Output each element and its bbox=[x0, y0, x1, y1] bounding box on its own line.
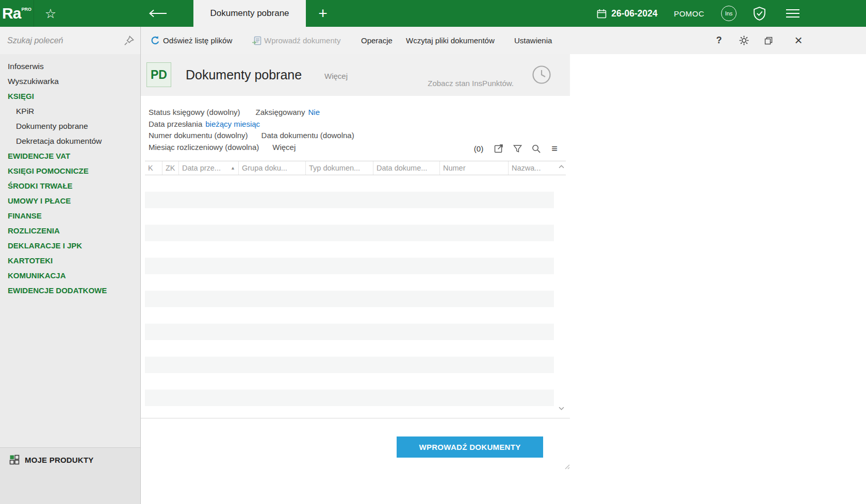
filter-row-2: Data przesłaniabieżący miesiąc bbox=[149, 119, 354, 130]
record-count: (0) bbox=[471, 142, 486, 155]
sidebar-item-ksiegi-pomocnicze[interactable]: KSIĘGI POMOCNICZE bbox=[0, 163, 140, 178]
gear-icon bbox=[739, 35, 749, 46]
filter-doc-date[interactable]: Data dokumentu (dowolna) bbox=[262, 131, 354, 140]
funnel-icon bbox=[513, 144, 522, 154]
column-data-przeslania[interactable]: Data prze...▲ bbox=[179, 161, 239, 175]
column-grupa-dokumentu[interactable]: Grupa doku... bbox=[239, 161, 306, 175]
pin-icon[interactable] bbox=[124, 36, 134, 46]
security-button[interactable] bbox=[751, 0, 767, 27]
list-tools: (0) ≡ bbox=[141, 142, 562, 155]
column-data-dokumentu[interactable]: Data dokume... bbox=[373, 161, 440, 175]
restore-window-button[interactable] bbox=[761, 27, 776, 54]
sidebar-item-rozliczenia[interactable]: ROZLICZENIA bbox=[0, 223, 140, 238]
help-button[interactable]: ? bbox=[711, 27, 727, 54]
export-icon bbox=[494, 143, 504, 154]
filter-row-1: Status księgowy (dowolny)ZaksięgowanyNie bbox=[149, 107, 354, 119]
export-button[interactable] bbox=[493, 142, 505, 155]
title-more-link[interactable]: Więcej bbox=[324, 72, 348, 80]
magnifier-icon bbox=[531, 144, 541, 154]
toolbar-row: Odśwież listę plików Wprowadź dokumenty … bbox=[0, 27, 866, 54]
sidebar-item-kartoteki[interactable]: KARTOTEKI bbox=[0, 253, 140, 268]
toolbar-settings-button[interactable]: Ustawienia bbox=[514, 27, 552, 54]
enter-documents-icon bbox=[251, 35, 263, 46]
sidebar-item-ksiegi[interactable]: KSIĘGI bbox=[0, 89, 140, 104]
search-input[interactable] bbox=[7, 27, 118, 54]
filter-button[interactable] bbox=[511, 142, 524, 155]
chevron-up-icon bbox=[559, 165, 564, 169]
calendar-icon bbox=[597, 9, 607, 19]
restore-window-icon bbox=[764, 36, 773, 45]
ins-account-button[interactable]: Ins bbox=[720, 0, 738, 27]
column-zk[interactable]: ZK bbox=[162, 161, 179, 175]
sidebar-item-srodki-trwale[interactable]: ŚRODKI TRWAŁE bbox=[0, 178, 140, 193]
column-menu-button[interactable]: ≡ bbox=[548, 142, 561, 155]
sidebar-item-infoserwis[interactable]: Infoserwis bbox=[0, 59, 140, 74]
toolbar-refresh-button[interactable]: Odśwież listę plików bbox=[163, 27, 232, 54]
star-icon: ☆ bbox=[45, 6, 56, 21]
back-button[interactable] bbox=[146, 0, 169, 27]
sidebar-item-dekretacja-dokumentow[interactable]: Dekretacja dokumentów bbox=[0, 133, 140, 148]
date-picker[interactable]: 26-06-2024 bbox=[593, 0, 661, 27]
app-logo-badge: PRO bbox=[21, 7, 31, 12]
sidebar-item-komunikacja[interactable]: KOMUNIKACJA bbox=[0, 268, 140, 283]
sidebar-item-kpir[interactable]: KPiR bbox=[0, 104, 140, 119]
search-list-button[interactable] bbox=[530, 142, 542, 155]
sort-asc-icon: ▲ bbox=[231, 165, 235, 171]
question-icon: ? bbox=[716, 35, 722, 46]
toolbar-load-files-button[interactable]: Wczytaj pliki dokumentów bbox=[406, 27, 495, 54]
filter-status[interactable]: Status księgowy (dowolny) bbox=[149, 108, 240, 116]
filter-posted-label[interactable]: Zaksięgowany bbox=[256, 108, 305, 116]
chevron-down-icon bbox=[559, 407, 564, 410]
ins-badge: Ins bbox=[721, 6, 737, 21]
scroll-down-button[interactable] bbox=[557, 404, 566, 412]
refresh-icon[interactable] bbox=[150, 35, 161, 46]
column-numer[interactable]: Numer bbox=[440, 161, 509, 175]
close-view-button[interactable]: × bbox=[791, 27, 806, 54]
filter-posted-value[interactable]: Nie bbox=[308, 108, 320, 116]
sidebar-item-ewidencje-vat[interactable]: EWIDENCJE VAT bbox=[0, 148, 140, 163]
help-menu-label: POMOC bbox=[674, 9, 704, 18]
top-bar: Ra PRO ☆ Dokumenty pobrane + 26-06-2024 … bbox=[0, 0, 866, 27]
inspunkty-link[interactable]: Zobacz stan InsPunktów. bbox=[428, 79, 514, 88]
scroll-up-button[interactable] bbox=[557, 162, 566, 171]
sidebar-item-dokumenty-pobrane[interactable]: Dokumenty pobrane bbox=[0, 119, 140, 133]
sidebar-item-wyszukiwarka[interactable]: Wyszukiwarka bbox=[0, 74, 140, 89]
documents-table-body bbox=[145, 175, 554, 412]
main-content: PD Dokumenty pobrane Więcej Zobacz stan … bbox=[141, 54, 866, 504]
main-menu-button[interactable] bbox=[783, 0, 803, 27]
filter-row-3: Numer dokumentu (dowolny)Data dokumentu … bbox=[149, 130, 354, 142]
app-logo[interactable]: Ra PRO bbox=[0, 0, 34, 27]
tab-label: Dokumenty pobrane bbox=[210, 8, 289, 19]
column-typ-dokumentu[interactable]: Typ dokumen... bbox=[306, 161, 373, 175]
sidebar-item-umowy-i-place[interactable]: UMOWY I PŁACE bbox=[0, 193, 140, 208]
help-menu-button[interactable]: POMOC bbox=[672, 0, 706, 27]
plus-icon: + bbox=[318, 5, 328, 22]
filter-doc-number[interactable]: Numer dokumentu (dowolny) bbox=[149, 131, 248, 140]
filter-sent-date-value[interactable]: bieżący miesiąc bbox=[205, 120, 260, 128]
app-logo-text: Ra bbox=[2, 5, 21, 22]
my-products-button[interactable]: MOJE PRODUKTY bbox=[0, 447, 140, 504]
page-header: PD Dokumenty pobrane Więcej Zobacz stan … bbox=[141, 54, 570, 96]
hamburger-icon bbox=[786, 9, 799, 18]
column-k[interactable]: K bbox=[145, 161, 162, 175]
filter-sent-date-label[interactable]: Data przesłania bbox=[149, 120, 202, 128]
favorites-button[interactable]: ☆ bbox=[42, 0, 59, 27]
resize-grip[interactable] bbox=[563, 462, 570, 469]
wprowadz-dokumenty-button[interactable]: WPROWADŹ DOKUMENTY bbox=[397, 436, 543, 458]
history-button[interactable] bbox=[532, 65, 551, 85]
sidebar-nav: Infoserwis Wyszukiwarka KSIĘGI KPiR Doku… bbox=[0, 54, 140, 298]
sidebar-item-finanse[interactable]: FINANSE bbox=[0, 208, 140, 223]
sidebar-item-deklaracje-i-jpk[interactable]: DEKLARACJE I JPK bbox=[0, 238, 140, 253]
shield-check-icon bbox=[753, 7, 766, 21]
table-scrollbar[interactable] bbox=[557, 161, 566, 412]
settings-gear-button[interactable] bbox=[736, 27, 751, 54]
table-bottom-divider bbox=[141, 418, 570, 418]
sidebar-item-ewidencje-dodatkowe[interactable]: EWIDENCJE DODATKOWE bbox=[0, 283, 140, 298]
my-products-label: MOJE PRODUKTY bbox=[25, 456, 93, 464]
tab-dokumenty-pobrane[interactable]: Dokumenty pobrane bbox=[193, 0, 306, 27]
toolbar-enter-documents-button[interactable]: Wprowadź dokumenty bbox=[264, 27, 340, 54]
new-tab-button[interactable]: + bbox=[314, 0, 332, 27]
list-icon: ≡ bbox=[551, 143, 558, 155]
table-header: K ZK Data prze...▲ Grupa doku... Typ dok… bbox=[145, 161, 566, 175]
toolbar-operations-button[interactable]: Operacje bbox=[361, 27, 393, 54]
